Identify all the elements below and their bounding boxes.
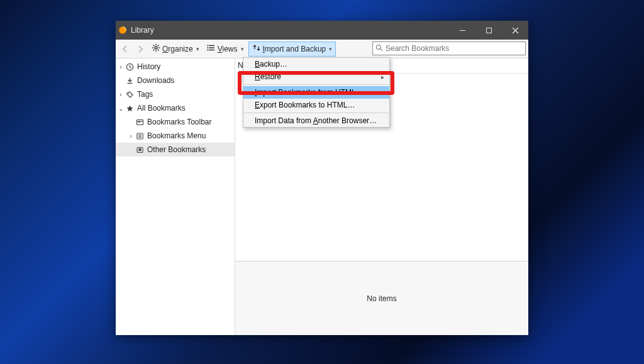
svg-point-18 [207,47,208,48]
sidebar-item-label: Bookmarks Toolbar [145,118,212,126]
sidebar-item-label: Other Bookmarks [145,145,206,154]
titlebar[interactable]: Library [116,21,528,40]
sidebar-item-tags[interactable]: › Tags [116,87,235,101]
svg-line-11 [158,50,159,51]
svg-point-20 [377,45,381,49]
menu-item-export-html[interactable]: Export Bookmarks to HTML… [243,99,389,111]
sidebar-item-all-bookmarks[interactable]: ⌄ All Bookmarks [116,101,235,115]
expand-caret-icon[interactable]: › [117,63,125,70]
sidebar-item-bookmarks-menu[interactable]: › Bookmarks Menu [116,129,235,143]
sidebar-item-downloads[interactable]: Downloads [116,74,235,87]
sidebar: › History Downloads › Tags ⌄ [116,58,235,335]
chevron-down-icon: ▾ [196,46,199,52]
organize-menu-button[interactable]: Organize ▾ [148,41,203,57]
minimize-button[interactable] [449,21,475,40]
svg-point-5 [155,47,157,49]
other-bookmarks-icon [135,145,145,155]
menu-item-import-other-browser[interactable]: Import Data from Another Browser… [243,114,389,127]
search-input[interactable] [386,44,523,53]
menu-item-label: Import Data from Another Browser… [255,116,377,125]
sidebar-item-label: Downloads [135,76,174,85]
views-menu-button[interactable]: Views ▾ [204,41,247,57]
close-button[interactable] [502,21,528,40]
menu-item-label: Restore [255,72,281,81]
svg-point-19 [207,50,208,51]
svg-line-13 [153,50,155,51]
sidebar-item-label: All Bookmarks [135,104,186,113]
menu-item-backup[interactable]: Backup… [243,58,389,70]
sidebar-item-history[interactable]: › History [116,60,235,74]
menu-separator [244,113,389,113]
svg-line-21 [380,48,382,50]
library-window: Library Organize ▾ Views [116,21,528,335]
views-label: Views [218,45,238,53]
sidebar-item-bookmarks-toolbar[interactable]: Bookmarks Toolbar [116,115,235,129]
details-pane: No items [235,261,528,335]
svg-line-12 [158,45,159,47]
download-icon [125,75,135,85]
toolbar: Organize ▾ Views ▾ Import and Backup ▾ [116,40,528,58]
import-backup-label: Import and Backup [263,45,326,53]
forward-button[interactable] [133,42,147,56]
search-icon [375,44,383,53]
expand-caret-icon[interactable]: › [117,91,125,98]
sidebar-item-label: History [135,62,160,71]
gear-icon [152,43,160,54]
menu-item-label: Export Bookmarks to HTML… [255,101,355,109]
svg-point-24 [128,92,129,94]
svg-point-17 [207,45,208,47]
tag-icon [125,89,135,99]
sidebar-item-other-bookmarks[interactable]: Other Bookmarks [116,143,235,157]
window-title: Library [130,26,154,35]
sidebar-item-label: Tags [135,90,153,99]
firefox-icon [116,26,130,35]
expand-caret-icon[interactable]: › [127,133,135,140]
menu-separator [244,84,389,85]
chevron-down-icon: ▾ [329,46,332,52]
organize-label: Organize [162,45,193,53]
bookmarks-menu-icon [135,131,145,141]
chevron-down-icon: ▾ [241,46,244,52]
empty-message: No items [367,294,396,303]
svg-rect-25 [136,119,143,124]
star-icon [125,103,135,113]
maximize-button[interactable] [475,21,502,40]
menu-item-label: Import Bookmarks from HTML… [255,88,364,97]
menu-item-import-html[interactable]: Import Bookmarks from HTML… [243,86,389,99]
svg-line-10 [153,45,155,47]
bookmarks-toolbar-icon [135,117,145,127]
import-export-icon [252,43,261,54]
list-icon [207,43,216,54]
svg-rect-2 [486,28,491,33]
search-box[interactable] [372,41,526,55]
import-backup-menu-button[interactable]: Import and Backup ▾ [248,41,336,57]
back-button[interactable] [118,42,132,56]
import-backup-dropdown: Backup… Restore Import Bookmarks from HT… [243,57,390,128]
clock-icon [125,62,135,72]
sidebar-item-label: Bookmarks Menu [145,131,206,140]
menu-item-label: Backup… [255,60,287,69]
collapse-caret-icon[interactable]: ⌄ [117,105,125,112]
menu-item-restore[interactable]: Restore [243,70,389,83]
